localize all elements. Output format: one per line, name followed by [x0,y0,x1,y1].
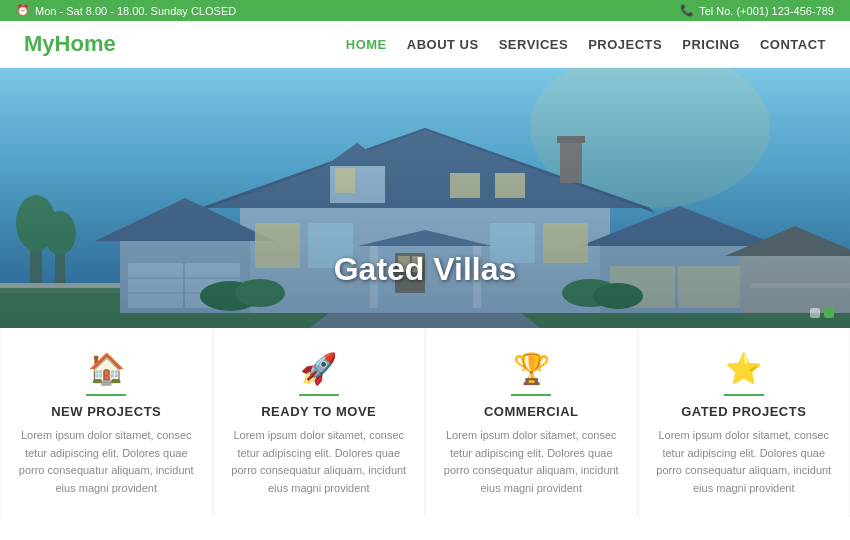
card-text-2: Lorem ipsum dolor sitamet, consec tetur … [230,427,409,497]
cards-section: 🏠 NEW PROJECTS Lorem ipsum dolor sitamet… [0,328,850,517]
hero-section: Gated Villas [0,68,850,328]
card-title-2: READY TO MOVE [230,404,409,419]
card-divider-4 [724,394,764,396]
rocket-icon: 🚀 [230,351,409,386]
dot-1[interactable] [810,308,820,318]
card-divider-2 [299,394,339,396]
card-gated-projects: ⭐ GATED PROJECTS Lorem ipsum dolor sitam… [639,328,850,517]
nav-pricing[interactable]: PRICING [682,37,740,52]
topbar-right: 📞 Tel No. (+001) 123-456-789 [680,4,834,17]
dot-2[interactable] [824,308,834,318]
hero-overlay [0,68,850,328]
topbar: ⏰ Mon - Sat 8.00 - 18.00. Sunday CLOSED … [0,0,850,21]
card-title-1: NEW PROJECTS [17,404,196,419]
card-text-4: Lorem ipsum dolor sitamet, consec tetur … [655,427,834,497]
card-title-3: COMMERCIAL [442,404,621,419]
nav-services[interactable]: SERVICES [499,37,569,52]
logo-text-1: My [24,31,55,56]
card-text-3: Lorem ipsum dolor sitamet, consec tetur … [442,427,621,497]
phone-text: Tel No. (+001) 123-456-789 [699,5,834,17]
card-divider-3 [511,394,551,396]
card-new-projects: 🏠 NEW PROJECTS Lorem ipsum dolor sitamet… [1,328,212,517]
main-nav: HOME ABOUT US SERVICES PROJECTS PRICING … [346,37,826,52]
card-commercial: 🏆 COMMERCIAL Lorem ipsum dolor sitamet, … [426,328,637,517]
trophy-icon: 🏆 [442,351,621,386]
clock-icon: ⏰ [16,4,30,17]
card-title-4: GATED PROJECTS [655,404,834,419]
slider-dots [810,308,834,318]
phone-icon: 📞 [680,4,694,17]
nav-about[interactable]: ABOUT US [407,37,479,52]
topbar-left: ⏰ Mon - Sat 8.00 - 18.00. Sunday CLOSED [16,4,236,17]
nav-contact[interactable]: CONTACT [760,37,826,52]
nav-home[interactable]: HOME [346,37,387,52]
card-text-1: Lorem ipsum dolor sitamet, consec tetur … [17,427,196,497]
card-ready-to-move: 🚀 READY TO MOVE Lorem ipsum dolor sitame… [214,328,425,517]
logo: MyHome [24,31,116,57]
hours-text: Mon - Sat 8.00 - 18.00. Sunday CLOSED [35,5,236,17]
hero-title: Gated Villas [334,251,517,288]
house-icon: 🏠 [17,351,196,386]
logo-text-2: Home [55,31,116,56]
header: MyHome HOME ABOUT US SERVICES PROJECTS P… [0,21,850,68]
card-divider-1 [86,394,126,396]
star-icon: ⭐ [655,351,834,386]
nav-projects[interactable]: PROJECTS [588,37,662,52]
